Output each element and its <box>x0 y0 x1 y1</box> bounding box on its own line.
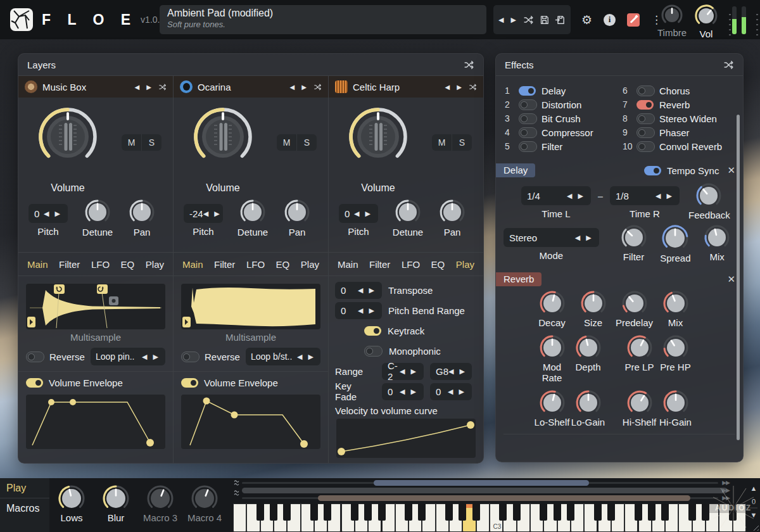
octave-down-icon[interactable]: ▼ <box>747 509 760 522</box>
delay-spread-knob[interactable] <box>661 224 689 252</box>
tempo-sync-toggle[interactable] <box>644 166 661 175</box>
layer2-mute-button[interactable]: M <box>277 134 296 151</box>
layer2-envelope-graph[interactable] <box>181 395 320 449</box>
keyboard-black-key[interactable] <box>378 504 386 521</box>
preset-prev-button[interactable]: ◀ <box>498 16 505 24</box>
layer1-next-icon[interactable]: ▶ <box>146 84 153 91</box>
delay-close-icon[interactable]: ✕ <box>727 165 735 176</box>
macro3-knob[interactable] <box>146 484 174 512</box>
keyboard-black-key[interactable] <box>594 504 602 521</box>
keyboard-black-key[interactable] <box>702 504 709 521</box>
octave-shift-control[interactable]: ▲ 0 ▼ <box>747 482 760 530</box>
keyboard-black-key[interactable] <box>661 504 669 521</box>
keyboard[interactable]: C3 <box>233 504 746 532</box>
layer3-tab-filter[interactable]: Filter <box>369 259 390 270</box>
layer1-loop-mode-select[interactable]: Loop pin..◀ ▶ <box>91 348 165 365</box>
timbre-knob-dial[interactable] <box>661 4 683 27</box>
layer1-pitch-stepper[interactable]: 0◀ ▶ <box>28 204 68 223</box>
preset-next-button[interactable]: ▶ <box>510 16 517 24</box>
keyboard-black-key[interactable] <box>364 504 372 521</box>
layer3-keytrack-toggle[interactable] <box>364 326 381 336</box>
chorus-enable-toggle[interactable] <box>636 86 655 96</box>
layer2-loop-mode-select[interactable]: Loop b/st..◀ ▶ <box>246 348 320 365</box>
layer2-pitch-stepper[interactable]: -24◀ ▶ <box>184 204 223 223</box>
keyboard-black-key[interactable] <box>554 504 561 521</box>
delay-filter-knob[interactable] <box>621 224 647 251</box>
delay-feedback-knob[interactable] <box>695 182 722 209</box>
keyboard-black-key[interactable] <box>459 504 466 521</box>
layer2-reverse-toggle[interactable] <box>181 352 200 362</box>
delay-time-l-stepper[interactable]: 1/4◀ ▶ <box>521 186 591 205</box>
save-button[interactable] <box>539 15 550 25</box>
layer2-waveform-display[interactable] <box>181 284 320 329</box>
preset-random-button[interactable] <box>523 15 534 25</box>
layer2-tab-lfo[interactable]: LFO <box>246 259 265 270</box>
keyboard-black-key[interactable] <box>540 504 547 521</box>
macro2-blur-knob[interactable] <box>102 484 130 512</box>
layer1-prev-icon[interactable]: ◀ <box>135 84 142 91</box>
reverb-higain-knob[interactable] <box>662 390 689 416</box>
reverb-loshelf-knob[interactable] <box>539 390 566 416</box>
layer2-tab-eq[interactable]: EQ <box>276 259 290 270</box>
layer3-mute-button[interactable]: M <box>432 134 452 151</box>
reverb-modrate-knob[interactable] <box>539 334 566 361</box>
layer1-random-icon[interactable] <box>158 83 167 91</box>
reverb-prehp-knob[interactable] <box>662 334 689 361</box>
reverb-enable-toggle[interactable] <box>636 100 654 110</box>
stereowiden-enable-toggle[interactable] <box>636 113 655 124</box>
save-as-button[interactable] <box>555 15 566 25</box>
layer2-solo-button[interactable]: S <box>296 134 317 151</box>
delay-mode-select[interactable]: Stereo◀ ▶ <box>504 228 599 247</box>
keyboard-black-key[interactable] <box>256 504 264 521</box>
settings-gear-icon[interactable]: ⚙ <box>581 13 592 27</box>
layer1-mute-button[interactable]: M <box>122 134 141 151</box>
keyboard-black-key[interactable] <box>729 504 737 521</box>
reverb-hishelf-knob[interactable] <box>626 390 653 416</box>
delay-mix-knob[interactable] <box>704 224 730 251</box>
keyboard-black-key[interactable] <box>635 504 642 521</box>
layer3-detune-knob[interactable] <box>395 199 421 225</box>
layer3-tab-lfo[interactable]: LFO <box>402 259 420 270</box>
layer1-envelope-graph[interactable] <box>26 395 165 449</box>
layer3-tab-main[interactable]: Main <box>338 259 358 270</box>
delay-time-r-stepper[interactable]: 1/8◀ ▶ <box>610 186 680 205</box>
layer1-volume-knob[interactable] <box>36 105 99 171</box>
keyboard-white-key[interactable] <box>233 504 246 532</box>
keyboard-black-key[interactable] <box>513 504 521 521</box>
keyboard-black-key[interactable] <box>405 504 412 521</box>
layer3-transpose-stepper[interactable]: 0◀ ▶ <box>335 282 382 299</box>
layer2-next-icon[interactable]: ▶ <box>301 84 308 91</box>
keyboard-black-key[interactable] <box>607 504 615 521</box>
timbre-knob[interactable]: Timbre <box>657 4 687 38</box>
layer3-solo-button[interactable]: S <box>452 134 472 151</box>
reverb-size-knob[interactable] <box>580 290 607 317</box>
reverb-prelp-knob[interactable] <box>626 334 653 361</box>
layer1-tab-main[interactable]: Main <box>27 259 48 270</box>
layer2-detune-knob[interactable] <box>239 199 266 225</box>
layer1-detune-knob[interactable] <box>84 199 111 225</box>
effects-random-icon[interactable] <box>723 60 734 70</box>
layer3-keyfade-low-stepper[interactable]: 0◀ ▶ <box>382 383 424 400</box>
layer1-tab-lfo[interactable]: LFO <box>91 259 110 270</box>
layer3-tab-play[interactable]: Play <box>456 259 474 270</box>
bottom-tab-play[interactable]: Play <box>0 478 49 498</box>
keyboard-black-key[interactable] <box>270 504 277 521</box>
keyboard-black-key[interactable] <box>418 504 426 521</box>
filter-enable-toggle[interactable] <box>519 141 537 152</box>
phaser-enable-toggle[interactable] <box>636 127 655 138</box>
reverb-mix-knob[interactable] <box>662 290 689 317</box>
layer2-tab-filter[interactable]: Filter <box>214 259 235 270</box>
layer1-tab-play[interactable]: Play <box>146 259 164 270</box>
keyboard-black-key[interactable] <box>472 504 480 521</box>
layer3-range-high-stepper[interactable]: G8◀ ▶ <box>430 363 472 380</box>
layer1-waveform-display[interactable] <box>26 284 165 329</box>
layer3-random-icon[interactable] <box>469 83 477 91</box>
reverb-decay-knob[interactable] <box>539 290 566 317</box>
reverb-predelay-knob[interactable] <box>621 290 648 317</box>
layer3-pitch-stepper[interactable]: 0◀ ▶ <box>339 204 378 223</box>
keyboard-black-key[interactable] <box>351 504 358 521</box>
macro1-lows-knob[interactable] <box>58 484 86 512</box>
octave-up-icon[interactable]: ▲ <box>747 482 760 495</box>
layer3-range-low-stepper[interactable]: C-2◀ ▶ <box>382 363 424 380</box>
layer3-monophonic-toggle[interactable] <box>364 346 383 357</box>
